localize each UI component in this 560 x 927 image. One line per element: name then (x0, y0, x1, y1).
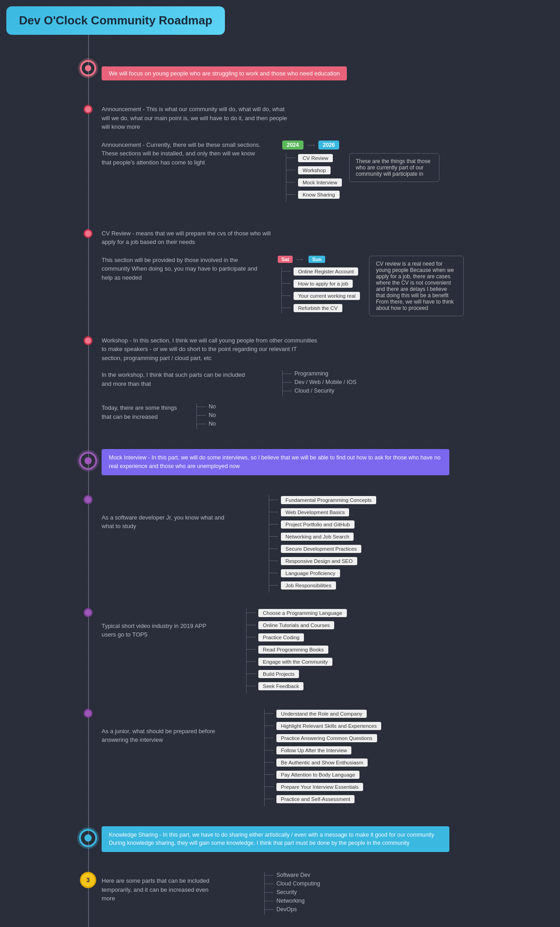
workshop-cat-2: Dev / Web / Mobile / IOS (283, 379, 356, 385)
community-item-know: Know Sharing (286, 190, 342, 200)
cv-list-item-1: Online Register Account (282, 267, 360, 276)
cv-tag-3: Your current working real (294, 292, 360, 300)
cv-tag-2: How to apply for a job (294, 280, 353, 288)
node-announcement (84, 105, 93, 114)
node-yellow-3: 3 (80, 872, 96, 888)
today-item-3: No (197, 421, 216, 427)
today-label-2: No (209, 412, 216, 418)
community-label-cv: CV Review (298, 154, 333, 162)
jr-tag-4: Networking and Job Search (269, 532, 376, 542)
node-number: 3 (86, 876, 90, 884)
node-knowledge (79, 829, 97, 847)
cv-tag-4: Refurbish the CV (294, 304, 342, 312)
jr-tag-5: Secure Development Practices (269, 544, 376, 554)
section-mock-banner: Mock Interview - In this part, we will d… (88, 447, 560, 493)
announcement-1: Announcement - This is what our communit… (102, 105, 291, 131)
cv-text1: CV Review - means that we will prepare t… (102, 229, 282, 247)
sat-badge: Sat (278, 256, 293, 263)
community-label-mock: Mock Interview (298, 178, 342, 187)
temp-tag-5: DevOps (265, 906, 320, 913)
section-junior-interview: As a junior, what should be prepared bef… (88, 707, 560, 824)
node-pink-large (80, 60, 96, 76)
temp-tag-2: Cloud Computing (265, 880, 320, 887)
cv-tag-1: Online Register Account (294, 267, 358, 276)
community-item-workshop: Workshop (286, 165, 342, 175)
junior-tag-6: Pay Attention to Body Language (265, 770, 381, 780)
section-typical: Typical short video industry in 2019 APP… (88, 606, 560, 707)
typical-text: Typical short video industry in 2019 APP… (102, 622, 210, 639)
workshop-cat-3: Cloud / Security (283, 388, 356, 394)
community-note-text: These are the things that those who are … (356, 158, 430, 177)
typical-tag-6: Build Projects (247, 669, 347, 679)
node-workshop (84, 336, 93, 345)
section-temp: 3 Here are some parts that can be includ… (88, 870, 560, 927)
typical-tag-4: Read Programming Books (247, 645, 347, 655)
cv-list-item-3: Your current working real (282, 291, 360, 301)
section-jr-dev: As a software developer Jr, you know wha… (88, 493, 560, 606)
sun-badge: Sun (308, 256, 325, 263)
temp-text: Here are some parts that can be included… (102, 876, 219, 903)
temp-tag-1: Software Dev (265, 872, 320, 878)
section-workshop: Workshop - In this section, I think we w… (88, 334, 560, 448)
today-text: Today, there are some things that can be… (102, 403, 183, 421)
junior-text: As a junior, what should be prepared bef… (102, 727, 228, 744)
jr-tag-1: Fundamental Programming Concepts (269, 495, 376, 505)
typical-tag-2: Online Tutorials and Courses (247, 620, 347, 630)
knowledge-banner: Knowledge Sharing - In this part, we hav… (102, 826, 449, 852)
node-junior (84, 709, 93, 718)
timeline: We will focus on young people who are st… (88, 35, 560, 927)
node-typical (84, 608, 93, 617)
node-cv (84, 229, 93, 238)
junior-tag-8: Practice and Self-Assessment (265, 794, 381, 804)
section-announcements: Announcement - This is what our communit… (88, 103, 560, 227)
mock-banner: Mock Interview - In this part, we will d… (102, 449, 449, 475)
cv-note-text: CV review is a real need for young peopl… (376, 261, 454, 311)
page-title: Dev O'Clock Community Roadmap (19, 14, 212, 28)
section-cv-review: CV Review - means that we will prepare t… (88, 227, 560, 334)
node-jr (84, 495, 93, 504)
junior-tag-3: Practice Answering Common Questions (265, 733, 381, 743)
temp-tag-3: Security (265, 889, 320, 895)
community-note-box: These are the things that those who are … (349, 153, 439, 182)
community-label-know: Know Sharing (298, 191, 340, 199)
typical-tag-3: Practice Coding (247, 632, 347, 642)
junior-tag-4: Follow Up After the Interview (265, 745, 381, 755)
jr-tag-2: Web Development Basics (269, 507, 376, 517)
workshop-cat-1: Programming (283, 370, 356, 377)
community-label-workshop: Workshop (298, 166, 331, 174)
jr-text: As a software developer Jr, you know wha… (102, 513, 237, 531)
cv-text2: This section will be provided by those i… (102, 256, 264, 282)
pink-banner: We will focus on young people who are st… (102, 66, 347, 80)
jr-tag-7: Language Proficiency (269, 568, 376, 578)
cv-list-item-2: How to apply for a job (282, 279, 360, 289)
cv-list-item-4: Refurbish the CV (282, 303, 360, 313)
today-item-2: No (197, 412, 216, 418)
jr-tag-3: Project Portfolio and GitHub (269, 520, 376, 529)
junior-tag-1: Understand the Role and Company (265, 709, 381, 719)
typical-tag-7: Seek Feedback (247, 681, 347, 691)
typical-tag-1: Choose a Programming Language (247, 608, 347, 618)
community-item-mock: Mock Interview (286, 178, 342, 187)
cv-note-box: CV review is a real need for young peopl… (369, 256, 464, 316)
year-2026: 2026 (318, 140, 340, 150)
workshop-text2: In the workshop, I think that such parts… (102, 370, 255, 388)
junior-tag-7: Prepare Your Interview Essentials (265, 782, 381, 792)
workshop-text1: Workshop - In this section, I think we w… (102, 336, 318, 363)
jr-tag-8: Job Responsibilities (269, 581, 376, 590)
year-2024: 2024 (282, 140, 303, 150)
section-knowledge-banner: Knowledge Sharing - In this part, we hav… (88, 824, 560, 871)
temp-tag-4: Networking (265, 898, 320, 904)
node-mock-large (79, 452, 97, 470)
jr-tag-6: Responsive Design and SEO (269, 556, 376, 566)
workshop-label-3: Cloud / Security (294, 388, 334, 394)
junior-tag-5: Be Authentic and Show Enthusiasm (265, 758, 381, 768)
junior-tag-2: Highlight Relevant Skills and Experience… (265, 721, 381, 731)
community-item-cv: CV Review (286, 153, 342, 163)
today-label-3: No (209, 421, 216, 427)
workshop-label-1: Programming (294, 370, 328, 377)
page-header: Dev O'Clock Community Roadmap (6, 6, 225, 35)
today-item-1: No (197, 403, 216, 410)
section-pink-banner: We will focus on young people who are st… (88, 53, 560, 103)
workshop-label-2: Dev / Web / Mobile / IOS (294, 379, 356, 385)
today-label-1: No (209, 403, 216, 410)
